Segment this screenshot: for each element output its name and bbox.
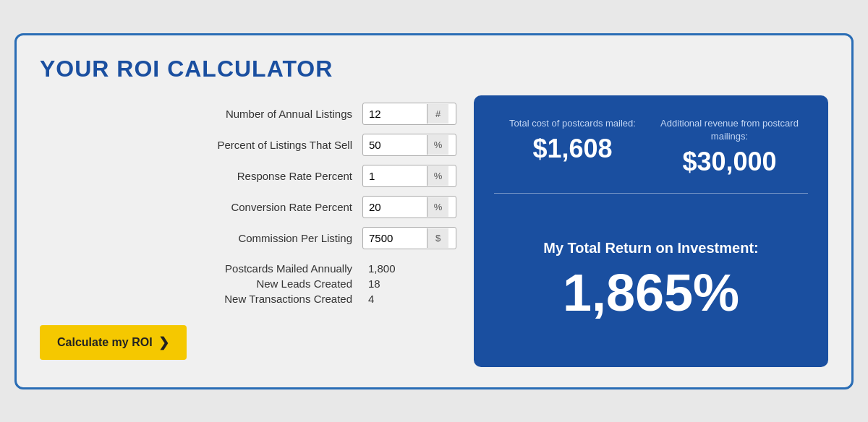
field-row-commission: Commission Per Listing$ <box>40 227 456 249</box>
field-label-annual-listings: Number of Annual Listings <box>40 108 352 120</box>
field-label-commission: Commission Per Listing <box>40 232 352 244</box>
left-panel: Number of Annual Listings#Percent of Lis… <box>40 95 456 367</box>
stat-item-label: New Transactions Created <box>40 293 352 305</box>
calculate-roi-label: Calculate my ROI <box>57 336 153 349</box>
suffix-conversion-rate: % <box>427 197 448 217</box>
calculator-wrapper: YOUR ROI CALCULATOR Number of Annual Lis… <box>14 33 854 389</box>
main-layout: Number of Annual Listings#Percent of Lis… <box>40 95 828 367</box>
stat-item: New Leads Created18 <box>40 277 456 290</box>
input-group-commission: $ <box>362 227 456 249</box>
cost-value: $1,608 <box>494 134 651 163</box>
stat-item: Postcards Mailed Annually1,800 <box>40 262 456 275</box>
stat-item-label: New Leads Created <box>40 277 352 290</box>
cost-description: Total cost of postcards mailed: <box>494 117 651 130</box>
input-percent-sell[interactable] <box>363 134 427 155</box>
input-group-percent-sell: % <box>362 134 456 156</box>
right-panel: Total cost of postcards mailed: $1,608 A… <box>474 95 828 367</box>
top-stats: Total cost of postcards mailed: $1,608 A… <box>494 117 808 176</box>
stats-container: Postcards Mailed Annually1,800New Leads … <box>40 262 456 305</box>
stat-item-value: 1,800 <box>362 262 456 275</box>
suffix-annual-listings: # <box>427 104 448 124</box>
input-annual-listings[interactable] <box>363 103 427 124</box>
calculate-roi-button[interactable]: Calculate my ROI ❯ <box>40 325 187 360</box>
revenue-block: Additional revenue from postcard mailing… <box>651 117 808 176</box>
stat-item-label: Postcards Mailed Annually <box>40 262 352 275</box>
input-commission[interactable] <box>363 228 427 249</box>
revenue-value: $30,000 <box>651 147 808 176</box>
field-label-percent-sell: Percent of Listings That Sell <box>40 139 352 151</box>
stat-item: New Transactions Created4 <box>40 293 456 305</box>
input-response-rate[interactable] <box>363 165 427 186</box>
field-row-response-rate: Response Rate Percent% <box>40 165 456 187</box>
divider <box>494 193 808 194</box>
cost-block: Total cost of postcards mailed: $1,608 <box>494 117 651 176</box>
stat-item-value: 4 <box>362 293 456 305</box>
field-row-conversion-rate: Conversion Rate Percent% <box>40 196 456 218</box>
revenue-description: Additional revenue from postcard mailing… <box>651 117 808 143</box>
suffix-commission: $ <box>427 228 448 248</box>
suffix-response-rate: % <box>427 166 448 186</box>
input-conversion-rate[interactable] <box>363 197 427 218</box>
fields-container: Number of Annual Listings#Percent of Lis… <box>40 103 456 249</box>
input-group-annual-listings: # <box>362 103 456 125</box>
field-row-annual-listings: Number of Annual Listings# <box>40 103 456 125</box>
stat-item-value: 18 <box>362 277 456 290</box>
input-group-conversion-rate: % <box>362 196 456 218</box>
roi-section: My Total Return on Investment: 1,865% <box>494 211 808 345</box>
roi-value: 1,865% <box>563 267 739 319</box>
page-title: YOUR ROI CALCULATOR <box>40 56 828 82</box>
field-label-conversion-rate: Conversion Rate Percent <box>40 201 352 213</box>
chevron-right-icon: ❯ <box>158 335 169 350</box>
field-label-response-rate: Response Rate Percent <box>40 170 352 182</box>
suffix-percent-sell: % <box>427 135 448 155</box>
field-row-percent-sell: Percent of Listings That Sell% <box>40 134 456 156</box>
roi-title: My Total Return on Investment: <box>543 238 758 258</box>
input-group-response-rate: % <box>362 165 456 187</box>
